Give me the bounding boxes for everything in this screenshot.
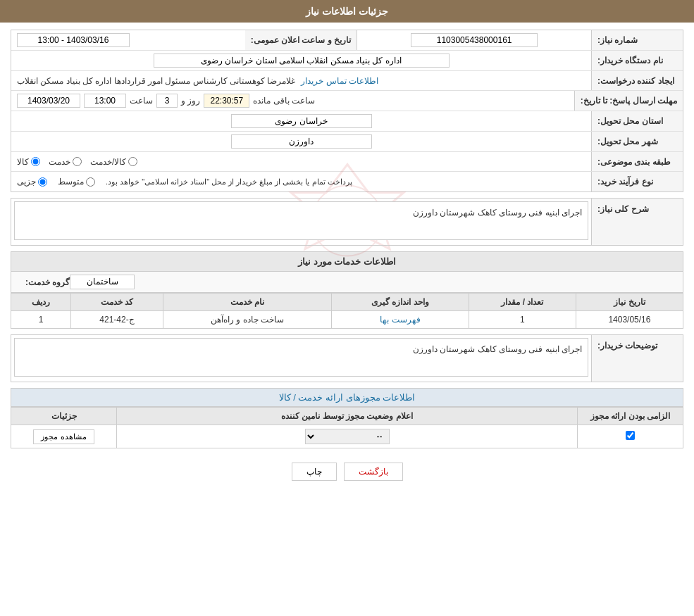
deadline-value: ساعت باقی مانده روز و ساعت [11,91,574,111]
service-group-row: گروه خدمت: [11,272,683,293]
category-kala-khedmat-option[interactable]: کالا/خدمت [90,157,137,167]
deadline-days-input[interactable] [156,94,178,108]
category-label: طبقه بندی موضوعی: [591,152,683,171]
need-number-row: شماره نیاز: تاریخ و ساعت اعلان عمومی: [11,30,683,51]
row-num-cell: 1 [11,311,71,329]
city-value [11,132,591,151]
purchase-type-value: پرداخت تمام یا بخشی از مبلغ خریدار از مح… [11,172,591,191]
supplier-status-select[interactable]: -- [305,429,390,444]
announce-date-value [11,30,245,50]
back-button[interactable]: بازگشت [344,463,403,481]
purchase-jozii-radio[interactable] [38,177,47,187]
need-number-input[interactable] [411,33,538,47]
quantity-cell: 1 [469,311,576,329]
requester-label: ایجاد کننده درخواست: [591,71,683,90]
service-name-cell: ساخت جاده و راه‌آهن [163,311,332,329]
service-group-value [70,275,135,289]
category-khedmat-radio[interactable] [73,157,82,166]
permits-table: الزامی بودن ارائه مجوز اعلام وضعیت مجوز … [11,407,683,448]
requester-name: غلامرضا کوهستانی کارشناس مسئول امور قرار… [17,76,295,86]
permit-required-cell [578,425,683,448]
city-row: شهر محل تحویل: [11,132,683,152]
purchase-motavasset-radio[interactable] [86,177,95,187]
services-table-header-row: تاریخ نیاز تعداد / مقدار واحد اندازه گیر… [11,294,683,311]
col-permit-required: الزامی بودن ارائه مجوز [578,408,683,425]
permit-details-cell: مشاهده مجوز [11,425,117,448]
permit-required-checkbox[interactable] [626,431,635,440]
col-measure: واحد اندازه گیری [331,294,469,311]
province-label: استان محل تحویل: [591,111,683,131]
deadline-time-input[interactable] [84,94,126,108]
purchase-type-label: نوع فرآیند خرید: [591,172,683,191]
deadline-date-input[interactable] [17,94,80,108]
services-title: اطلاعات خدمات مورد نیاز [11,251,683,272]
need-number-value [357,30,591,50]
services-section: اطلاعات خدمات مورد نیاز گروه خدمت: تاریخ… [11,251,683,329]
requester-value: اطلاعات تماس خریدار غلامرضا کوهستانی کار… [11,71,591,90]
col-service-name: نام خدمت [163,294,332,311]
buyer-notes-textarea[interactable]: اجرای ابنیه فنی روستای کاهک شهرستان داور… [14,338,588,377]
measure-link[interactable]: فهرست بها [380,315,420,325]
purchase-type-row: نوع فرآیند خرید: پرداخت تمام یا بخشی از … [11,172,683,191]
page-wrapper: جزئیات اطلاعات نیاز شماره نیاز: تاریخ و … [0,0,694,616]
deadline-row: مهلت ارسال پاسخ: تا تاریخ: ساعت باقی مان… [11,91,683,111]
need-number-label: شماره نیاز: [591,30,683,50]
announce-date-input[interactable] [17,33,130,47]
view-permit-button[interactable]: مشاهده مجوز [33,429,94,444]
supplier-status-cell: -- [117,425,578,448]
col-quantity: تعداد / مقدار [469,294,576,311]
purchase-motavasset-label: متوسط [58,177,84,187]
buyer-notes-value-cell: اجرای ابنیه فنی روستای کاهک شهرستان داور… [11,335,591,382]
purchase-jozii-option[interactable]: جزیی [17,177,47,187]
action-buttons: بازگشت چاپ [11,455,683,488]
general-desc-section: شرح کلی نیاز: اجرای ابنیه فنی روستای کاه… [11,198,683,246]
permits-section: اطلاعات مجوزهای ارائه خدمت / کالا الزامی… [11,388,683,448]
need-date-cell: 1403/05/16 [576,311,683,329]
province-row: استان محل تحویل: [11,111,683,132]
and-label: روز و [181,96,200,106]
time-label: ساعت [130,96,153,106]
permits-table-header-row: الزامی بودن ارائه مجوز اعلام وضعیت مجوز … [11,408,683,425]
col-row-num: ردیف [11,294,71,311]
purchase-jozii-label: جزیی [17,177,36,187]
permits-title: اطلاعات مجوزهای ارائه خدمت / کالا [11,388,683,407]
general-desc-textarea[interactable]: اجرای ابنیه فنی روستای کاهک شهرستان داور… [14,201,588,240]
city-label: شهر محل تحویل: [591,132,683,151]
buyer-org-value [11,51,591,70]
general-desc-label: شرح کلی نیاز: [591,199,683,245]
category-kala-option[interactable]: کالا [17,157,40,167]
category-khedmat-option[interactable]: خدمت [49,157,82,167]
service-group-label: گروه خدمت: [25,277,70,287]
deadline-label: مهلت ارسال پاسخ: تا تاریخ: [574,91,683,111]
deadline-countdown-input[interactable] [204,94,249,108]
main-info-section: شماره نیاز: تاریخ و ساعت اعلان عمومی: نا… [11,30,683,192]
service-group-input[interactable] [78,277,127,287]
page-header: جزئیات اطلاعات نیاز [0,0,694,23]
print-button[interactable]: چاپ [292,463,337,481]
buyer-notes-row: توضیحات خریدار: اجرای ابنیه فنی روستای ک… [11,335,683,382]
buyer-notes-section: توضیحات خریدار: اجرای ابنیه فنی روستای ک… [11,334,683,382]
city-input[interactable] [231,134,372,149]
col-supplier-status: اعلام وضعیت مجوز توسط نامین کننده [117,408,578,425]
category-kala-radio[interactable] [31,157,40,166]
col-permit-details: جزئیات [11,408,117,425]
purchase-motavasset-option[interactable]: متوسط [58,177,95,187]
category-value: کالا/خدمت خدمت کالا [11,152,591,171]
category-kala-khedmat-radio[interactable] [128,157,137,166]
col-need-date: تاریخ نیاز [576,294,683,311]
category-kala-khedmat-label: کالا/خدمت [90,157,126,167]
province-input[interactable] [231,114,372,128]
content-area: شماره نیاز: تاریخ و ساعت اعلان عمومی: نا… [0,23,694,495]
province-value [11,111,591,131]
general-desc-value-cell: اجرای ابنیه فنی روستای کاهک شهرستان داور… [11,199,591,245]
category-kala-label: کالا [17,157,29,167]
category-row: طبقه بندی موضوعی: کالا/خدمت خدمت [11,152,683,172]
buyer-org-label: نام دستگاه خریدار: [591,51,683,70]
purchase-note: پرداخت تمام یا بخشی از مبلغ خریدار از مح… [106,177,352,187]
page-title: جزئیات اطلاعات نیاز [306,6,388,17]
table-row: -- مشاهده مجوز [11,425,683,448]
buyer-org-input[interactable] [154,54,450,68]
services-table: تاریخ نیاز تعداد / مقدار واحد اندازه گیر… [11,293,683,329]
requester-contact-link[interactable]: اطلاعات تماس خریدار [301,76,378,86]
col-service-code: کد خدمت [70,294,163,311]
